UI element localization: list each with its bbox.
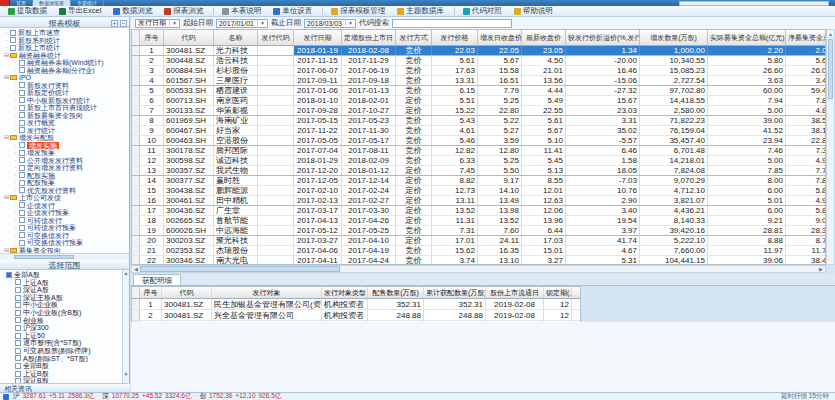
scope-vscrollbar[interactable]: ▲ ▼ xyxy=(122,270,129,386)
row-selector-margin[interactable] xyxy=(132,176,140,185)
scope-checkbox[interactable] xyxy=(6,272,12,278)
tree-item-3[interactable]: ⊟融资融券统计 xyxy=(0,52,129,60)
column-header-2[interactable]: 名称 xyxy=(214,30,258,45)
table-row[interactable]: 6600713.SH南京医药2018-01-102018-02-01定价5.51… xyxy=(132,96,825,106)
index-quote-0[interactable]: 沪3287.61+5.112586.3亿 xyxy=(13,392,94,400)
tree-item-12[interactable]: ·发行概览 xyxy=(0,119,129,127)
scope-checkbox[interactable] xyxy=(15,355,21,361)
tree-item-4[interactable]: ·融资融券余额(Wind统计) xyxy=(0,59,129,67)
hscroll-track[interactable]: · · · · · · · · · · · · · · · · · · · · … xyxy=(340,266,817,272)
code-search-input[interactable] xyxy=(392,19,512,28)
scope-item-9[interactable]: 退市整理(含*ST股) xyxy=(0,339,129,347)
index-quote-2[interactable]: 创1752.36+12.10926.5亿 xyxy=(199,392,281,400)
toolbar-button-6[interactable]: 报表模板管理 xyxy=(326,7,390,16)
tree-item-21[interactable]: ·优先股发行资料 xyxy=(0,187,129,195)
tree-item-5[interactable]: ·融资融券余额(分行业) xyxy=(0,67,129,75)
detail-table-row[interactable]: 2300481.SZ兴全基金管理有限公司机构投资者248.88248.88201… xyxy=(132,310,580,321)
toolbar-button-5[interactable]: 单位设置 xyxy=(268,7,317,16)
scope-item-1[interactable]: 上证A股 xyxy=(0,279,129,287)
table-row[interactable]: 12300598.SZ诚迈科技2018-01-292018-02-09竞价6.3… xyxy=(132,156,825,166)
row-selector-margin[interactable] xyxy=(132,66,140,75)
table-row[interactable]: 15300438.SZ鹏辉能源2017-02-102017-02-24定价12.… xyxy=(132,186,825,196)
table-row[interactable]: 2300448.SZ浩云科技2017-11-152017-11-29竞价5.61… xyxy=(132,56,825,66)
tree-item-20[interactable]: ·配股预案 xyxy=(0,179,129,187)
row-selector-margin[interactable] xyxy=(132,246,140,255)
collapse-all-icon[interactable]: − xyxy=(120,20,127,27)
detail-column-header-0[interactable]: 序号 xyxy=(140,287,162,298)
scope-checkbox[interactable] xyxy=(15,302,21,308)
tree-item-22[interactable]: ⊟上市公司发债 xyxy=(0,194,129,202)
detail-column-header-4[interactable]: 配售数量(万股) xyxy=(368,287,424,298)
row-selector-margin[interactable] xyxy=(132,126,140,135)
column-header-1[interactable]: 代码 xyxy=(164,30,214,45)
vscroll-thumb[interactable] xyxy=(828,39,833,99)
table-row[interactable]: 1300481.SZ光力科技2018-01-192018-02-08竞价22.0… xyxy=(132,46,825,56)
row-selector-margin[interactable] xyxy=(132,186,140,195)
expander-minus-icon[interactable]: ⊟ xyxy=(3,134,10,142)
scope-item-13[interactable]: 上证B股 xyxy=(0,370,129,378)
table-row[interactable]: 19600026.SH中远海能2017-05-122017-05-25竞价7.3… xyxy=(132,226,825,236)
tree-item-18[interactable]: ·定向增发发行资料 xyxy=(0,164,129,172)
table-row[interactable]: 14300377.SZ赢时胜2017-12-052017-12-14定价8.82… xyxy=(132,176,825,186)
tree-item-28[interactable]: ·可交换债发行预案 xyxy=(0,239,129,247)
detail-column-header-7[interactable]: 锁定期(月) xyxy=(544,287,572,298)
scroll-right-icon[interactable]: ▶ xyxy=(817,266,825,272)
main-table-hscrollbar[interactable]: ◀ · · · · · · · · · · · · · · · · · · · … xyxy=(131,265,826,273)
table-row[interactable]: 3600884.SH杉杉股份2017-06-072017-06-19竞价17.6… xyxy=(132,66,825,76)
row-selector-margin[interactable] xyxy=(132,226,140,235)
scope-checkbox[interactable] xyxy=(15,340,21,346)
hscroll-thumb[interactable] xyxy=(140,266,340,272)
row-selector-margin[interactable] xyxy=(132,56,140,65)
scope-item-11[interactable]: A股(剔除ST、*ST股) xyxy=(0,355,129,363)
row-selector-margin[interactable] xyxy=(132,146,140,155)
scope-item-12[interactable]: 全部B股 xyxy=(0,362,129,370)
scroll-down-icon[interactable]: ▼ xyxy=(123,371,129,378)
row-selector-margin[interactable] xyxy=(132,206,140,215)
column-header-4[interactable]: 发行日期 xyxy=(294,30,342,45)
column-header-6[interactable]: 发行方式 xyxy=(396,30,432,45)
table-row[interactable]: 16300461.SZ田中精机2017-02-132017-02-27定价13.… xyxy=(132,196,825,206)
tree-item-25[interactable]: ·可转债发行 xyxy=(0,217,129,225)
table-row[interactable]: 17300436.SZ广生堂2017-03-172017-03-30定价13.5… xyxy=(132,206,825,216)
tree-item-2[interactable]: ·新股上市统计 xyxy=(0,44,129,52)
scope-item-8[interactable]: 上证50 xyxy=(0,332,129,340)
column-header-5[interactable]: 定增股份上市日 xyxy=(342,30,396,45)
main-table-vscrollbar[interactable]: ▲ xyxy=(826,29,835,265)
table-row[interactable]: 10600463.SH空港股份2017-05-052017-05-17竞价5.4… xyxy=(132,136,825,146)
scroll-up-icon[interactable]: ▲ xyxy=(827,30,834,38)
column-header-10[interactable]: 较发行价折溢价(%,发行日) xyxy=(566,30,640,45)
row-selector-margin[interactable] xyxy=(132,106,140,115)
table-row[interactable]: 21002353.SZ杰瑞股份2017-04-062017-04-19竞价15.… xyxy=(132,246,825,256)
toolbar-button-2[interactable]: 数据浏览 xyxy=(108,7,157,16)
scope-checkbox[interactable] xyxy=(15,279,21,285)
tree-item-11[interactable]: ·新股募集资金投向 xyxy=(0,112,129,120)
table-row[interactable]: 7300133.SZ华策影视2017-09-282017-10-27定价15.2… xyxy=(132,106,825,116)
detail-column-header-2[interactable]: 发行对象 xyxy=(212,287,322,298)
table-row[interactable]: 11300178.SZ腾邦国际2017-07-042017-08-11竞价12.… xyxy=(132,146,825,156)
scope-checkbox[interactable] xyxy=(15,317,21,323)
row-selector-margin[interactable] xyxy=(132,96,140,105)
tree-item-15[interactable]: ·增发实施 xyxy=(0,142,129,150)
expand-all-icon[interactable]: + xyxy=(111,20,118,27)
column-header-8[interactable]: 增发日收盘价 xyxy=(478,30,522,45)
row-selector-margin[interactable] xyxy=(132,156,140,165)
start-date-select[interactable]: 2017/01/01 ▼ xyxy=(216,19,268,28)
toolbar-button-9[interactable]: 帮助说明 xyxy=(509,7,558,16)
tree-item-7[interactable]: ·新股发行资料 xyxy=(0,82,129,90)
scope-item-7[interactable]: 沪深300 xyxy=(0,324,129,332)
column-header-7[interactable]: 发行价格 xyxy=(432,30,478,45)
toolbar-button-7[interactable]: 主题数据库 xyxy=(392,7,449,16)
scope-checkbox[interactable] xyxy=(15,333,21,339)
tree-item-16[interactable]: ·增发预案 xyxy=(0,149,129,157)
column-header-11[interactable]: 增发数量(万股) xyxy=(640,30,708,45)
tree-item-0[interactable]: ·新股上市速查 xyxy=(0,29,129,37)
scope-item-5[interactable]: 中小企业板(含B股) xyxy=(0,309,129,317)
table-row[interactable]: 8601969.SH海南矿业2017-05-152017-05-23竞价5.43… xyxy=(132,116,825,126)
expander-minus-icon[interactable]: ⊟ xyxy=(3,74,10,82)
column-header-13[interactable]: 净募集资金总额(亿元) xyxy=(786,30,826,45)
toolbar-button-8[interactable]: 代码对照 xyxy=(458,7,507,16)
tree-item-13[interactable]: ·发行统计 xyxy=(0,127,129,135)
tree-item-19[interactable]: ·配股实施 xyxy=(0,172,129,180)
row-selector-margin[interactable] xyxy=(132,76,140,85)
table-row[interactable]: 5600533.SH栖霞建设2017-01-062017-01-13竞价6.15… xyxy=(132,86,825,96)
